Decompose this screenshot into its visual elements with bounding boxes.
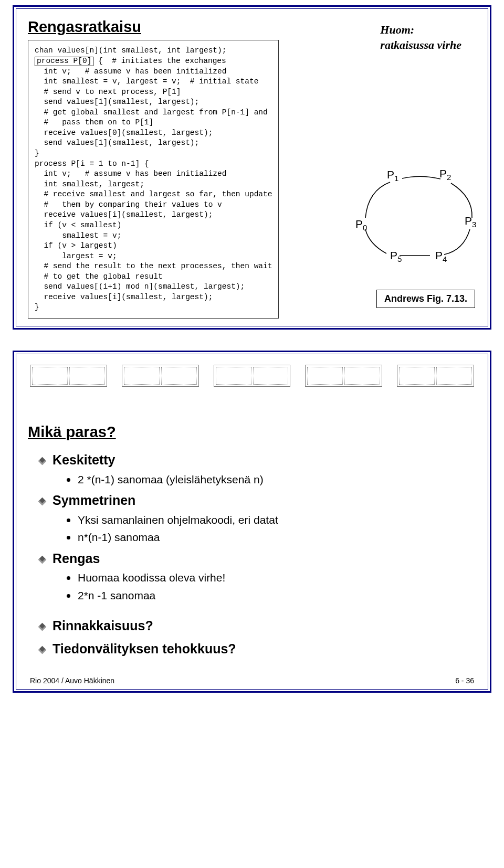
mini-box xyxy=(397,365,474,387)
slide2-title: Mikä paras? xyxy=(28,424,476,441)
note-line2: ratkaisussa virhe xyxy=(380,38,461,51)
dot-icon xyxy=(67,576,70,580)
ring-p3: P3 xyxy=(465,215,476,229)
bullet-symmetrinen: Symmetrinen xyxy=(39,491,476,511)
diamond-icon xyxy=(38,555,47,564)
dot-icon xyxy=(67,478,70,482)
code-p0-head-rest: { # initiates the exchanges xyxy=(93,57,226,65)
dot-icon xyxy=(67,518,70,522)
code-pi-body: process P[i = 1 to n-1] { int v; # assum… xyxy=(35,160,272,312)
footer-right: 6 - 36 xyxy=(455,676,474,685)
bullet-rengas: Rengas xyxy=(39,549,476,569)
footer-left: Rio 2004 / Auvo Häkkinen xyxy=(30,676,114,685)
sub-bullet: 2*n -1 sanomaa xyxy=(67,587,476,604)
sub-bullet: Yksi samanlainen ohjelmakoodi, eri datat xyxy=(67,512,476,528)
mini-box xyxy=(214,365,291,387)
sub-bullet: 2 *(n-1) sanomaa (yleislähetyksenä n) xyxy=(67,471,476,488)
slide-body: Rengasratkaisu Huom: ratkaisussa virhe c… xyxy=(16,8,488,326)
ring-arcs xyxy=(342,161,478,271)
mini-box xyxy=(30,365,107,387)
code-listing: chan values[n](int smallest, int largest… xyxy=(28,40,279,319)
slide-body-2: Mikä paras? Keskitetty 2 *(n-1) sanomaa … xyxy=(16,354,488,690)
note-line1: Huom: xyxy=(380,23,414,36)
code-chan: chan values[n](int smallest, int largest… xyxy=(35,46,226,55)
sub-bullet: n*(n-1) sanomaa xyxy=(67,529,476,546)
code-process-p0-box: process P[0] xyxy=(35,57,93,66)
decorative-box-row xyxy=(28,365,476,387)
mini-box xyxy=(305,365,382,387)
slide-rengasratkaisu: Rengasratkaisu Huom: ratkaisussa virhe c… xyxy=(13,5,491,330)
slide-mika-paras: Mikä paras? Keskitetty 2 *(n-1) sanomaa … xyxy=(13,351,491,693)
sub-bullet: Huomaa koodissa oleva virhe! xyxy=(67,569,476,586)
diamond-icon xyxy=(38,457,47,465)
bullet-rinnakkaisuus: Rinnakkaisuus? xyxy=(39,616,476,636)
bullet-list: Keskitetty 2 *(n-1) sanomaa (yleislähety… xyxy=(39,450,476,659)
note-huom: Huom: ratkaisussa virhe xyxy=(380,23,461,52)
ring-p0: P0 xyxy=(355,218,367,232)
bullet-tiedonvalitys: Tiedonvälityksen tehokkuus? xyxy=(39,639,476,659)
ring-p2: P2 xyxy=(439,167,451,182)
ring-p4: P4 xyxy=(435,249,447,263)
diamond-icon xyxy=(38,645,47,654)
dot-icon xyxy=(67,536,70,539)
diamond-icon xyxy=(38,623,47,631)
ring-diagram: P0 P1 P2 P3 P4 P5 xyxy=(342,161,478,271)
dot-icon xyxy=(67,594,70,598)
ring-p1: P1 xyxy=(387,168,398,183)
bullet-keskitetty: Keskitetty xyxy=(39,450,476,470)
slide-footer: Rio 2004 / Auvo Häkkinen 6 - 36 xyxy=(30,676,474,685)
code-p0-body: int v; # assume v has been initialized i… xyxy=(35,67,268,158)
mini-box xyxy=(122,365,199,387)
ring-p5: P5 xyxy=(390,249,402,263)
diamond-icon xyxy=(38,497,47,506)
andrews-figure-label: Andrews Fig. 7.13. xyxy=(376,290,475,308)
